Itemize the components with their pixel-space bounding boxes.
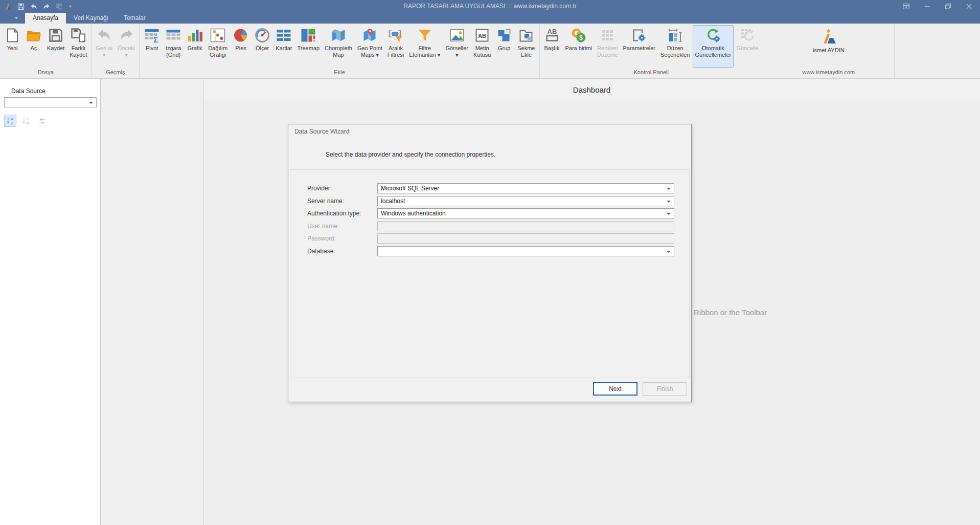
server-name-dropdown[interactable]: localhost — [377, 196, 674, 206]
dialog-close-button[interactable] — [679, 128, 686, 135]
svg-text:Σ: Σ — [153, 35, 158, 43]
ribbon-button-da-l-m-grafi-i[interactable]: Dağılım Grafiği — [206, 25, 230, 68]
field-label: Database: — [307, 248, 377, 255]
tab-anasayfa[interactable]: Anasayfa — [25, 13, 66, 24]
ribbon-group-buttons: Σ Pivot Izgara (Grid) Grafik Dağılım Gra… — [140, 24, 538, 68]
close-button[interactable] — [965, 3, 973, 10]
ribbon-group-label: www.ismetaydin.com — [764, 68, 894, 78]
field-label: Password: — [307, 235, 377, 242]
ribbon-button-label: Aralık Filtresi — [388, 45, 404, 58]
ribbon-button-label: Farklı Kaydet — [70, 45, 87, 58]
ribbon-button-filtre-elemanlar[interactable]: Filtre Elemanları ▾ — [406, 25, 443, 68]
ribbon-button-grup[interactable]: Grup — [493, 25, 515, 68]
ribbon-group-kontrol-paneli: AB Başlık €$ Para birimi Renkleri Düzenl… — [540, 24, 763, 78]
ribbon-button-label: Düzen Seçenekleri — [660, 45, 690, 58]
ribbon-button-ba-l-k[interactable]: AB Başlık — [541, 25, 563, 68]
ribbon-button-yeni[interactable]: Yeni — [2, 25, 23, 68]
ribbon-button-treemap[interactable]: Treemap — [294, 25, 322, 68]
restore-button[interactable] — [944, 3, 952, 10]
ribbon-tabs: AnasayfaVeri KaynağıTemalar — [25, 13, 153, 24]
window-controls — [902, 0, 973, 13]
ribbon-button-l-er[interactable]: Ölçer — [252, 25, 273, 68]
chevron-down-icon — [667, 201, 671, 205]
bar-chart-icon — [187, 27, 203, 43]
ribbon-button-renkleri-d-zenle: Renkleri Düzenle — [595, 25, 620, 68]
ribbon-button-geo-point-maps[interactable]: Geo Point Maps ▾ — [355, 25, 385, 68]
ribbon-button-farkl-kaydet[interactable]: Farklı Kaydet — [67, 25, 89, 68]
ribbon-group-buttons: Yeni Aç Kaydet Farklı Kaydet — [1, 24, 91, 68]
text-box-icon: AB — [474, 27, 490, 43]
ribbon-button-label: Dağılım Grafiği — [208, 45, 227, 58]
ribbon-button-kartlar[interactable]: Kartlar — [273, 25, 294, 68]
ribbon-button-para-birimi[interactable]: €$ Para birimi — [563, 25, 595, 68]
ribbon-button-label: ismet AYDIN — [813, 47, 845, 54]
ribbon-button-aral-k-filtresi[interactable]: Aralık Filtresi — [385, 25, 406, 68]
parameters-gear-icon — [631, 27, 647, 43]
ribbon-display-options-button[interactable] — [902, 3, 910, 10]
save-as-icon — [70, 27, 86, 43]
provider-dropdown[interactable]: Microsoft SQL Server — [377, 183, 674, 193]
sort-za-button: ZA — [20, 115, 32, 127]
collapse-ribbon-button[interactable] — [968, 70, 974, 75]
dashboard-title-bar: Dashboard — [203, 79, 980, 100]
ribbon-button-d-zen-se-enekleri[interactable]: Düzen Seçenekleri — [658, 25, 692, 68]
field-value: localhost — [381, 198, 405, 205]
ribbon-button-nceki: Önceki ▾ — [115, 25, 138, 68]
export-button[interactable] — [964, 85, 973, 95]
ribbon-button-choropleth-map[interactable]: Choropleth Map — [322, 25, 355, 68]
range-filter-icon — [388, 27, 404, 43]
ribbon-button-label: Treemap — [297, 45, 320, 52]
application-window: RAPOR TASARLAMA UYGULAMASI ::: www.ismet… — [0, 0, 980, 525]
tab-veri-kayna[interactable]: Veri Kaynağı — [66, 13, 116, 24]
database-dropdown[interactable] — [377, 246, 674, 256]
ribbon-button-pies[interactable]: Pies — [230, 25, 252, 68]
ribbon-button-label: Parametreler — [623, 45, 655, 52]
sort-az-icon: AZ — [6, 116, 15, 125]
image-icon — [449, 27, 465, 43]
minimize-button[interactable] — [923, 3, 931, 10]
ribbon-button-parametreler[interactable]: Parametreler — [620, 25, 658, 68]
save-disk-icon — [48, 27, 64, 43]
ribbon-group-buttons: AB Başlık €$ Para birimi Renkleri Düzenl… — [540, 24, 762, 68]
next-button[interactable]: Next — [593, 382, 637, 396]
tab-temalar[interactable]: Temalar — [116, 13, 153, 24]
ismetaydin-logo-icon — [819, 27, 838, 46]
ribbon-button-pivot[interactable]: Σ Pivot — [141, 25, 163, 68]
ribbon-button-ismet-aydin[interactable]: ismet AYDIN — [810, 25, 847, 68]
data-source-label: Data Source — [11, 88, 100, 95]
surface-watermark-text: Ribbon or the Toolbar — [694, 308, 767, 317]
ribbon-button-metin-kutusu[interactable]: AB Metin Kutusu — [471, 25, 493, 68]
wizard-description: Select the data provider and specify the… — [326, 151, 495, 158]
grid-icon — [165, 27, 181, 43]
ribbon-button-label: Metin Kutusu — [473, 45, 491, 58]
authentication-type-dropdown[interactable]: Windows authentication — [377, 208, 674, 218]
field-row-password: Password: — [307, 233, 674, 244]
ribbon-button-g-rseller[interactable]: Görseller ▾ — [443, 25, 471, 68]
chevron-down-icon — [667, 188, 671, 192]
field-row-provider: Provider: Microsoft SQL Server — [307, 183, 674, 193]
ribbon-button-sekme-ekle[interactable]: Sekme Ekle — [515, 25, 537, 68]
geo-point-map-icon — [361, 27, 378, 43]
currency-coins-icon: €$ — [571, 27, 587, 43]
ribbon-button-grafik[interactable]: Grafik — [184, 25, 206, 68]
new-document-icon — [4, 27, 20, 43]
chevron-down-icon — [667, 213, 671, 217]
app-menu-button[interactable] — [5, 14, 18, 23]
sort-az-button[interactable]: AZ — [4, 115, 16, 127]
ribbon-group-label: Geçmiş — [93, 68, 139, 78]
ribbon-button-a[interactable]: Aç — [23, 25, 44, 68]
ribbon-button-kaydet[interactable]: Kaydet — [44, 25, 67, 68]
ribbon-button-otomatik-g-ncellemeler[interactable]: Otomatik Güncellemeler — [693, 25, 734, 68]
ribbon-group-dosya: Yeni Aç Kaydet Farklı Kaydet Dosya — [0, 24, 92, 78]
title-bar: RAPOR TASARLAMA UYGULAMASI ::: www.ismet… — [0, 0, 980, 13]
data-source-combobox[interactable] — [4, 97, 97, 107]
ribbon-button-label: Başlık — [544, 45, 560, 52]
ribbon-group-label: Dosya — [1, 68, 91, 78]
svg-text:Z: Z — [11, 121, 13, 125]
field-row-server-name: Server name: localhost — [307, 196, 674, 206]
ribbon-button-label: Geo Point Maps ▾ — [357, 45, 382, 58]
wizard-back-button[interactable] — [299, 145, 316, 163]
data-source-tools: AZZA — [4, 115, 100, 127]
ribbon-button-izgara-grid[interactable]: Izgara (Grid) — [163, 25, 184, 68]
caret-down-icon — [15, 17, 18, 20]
